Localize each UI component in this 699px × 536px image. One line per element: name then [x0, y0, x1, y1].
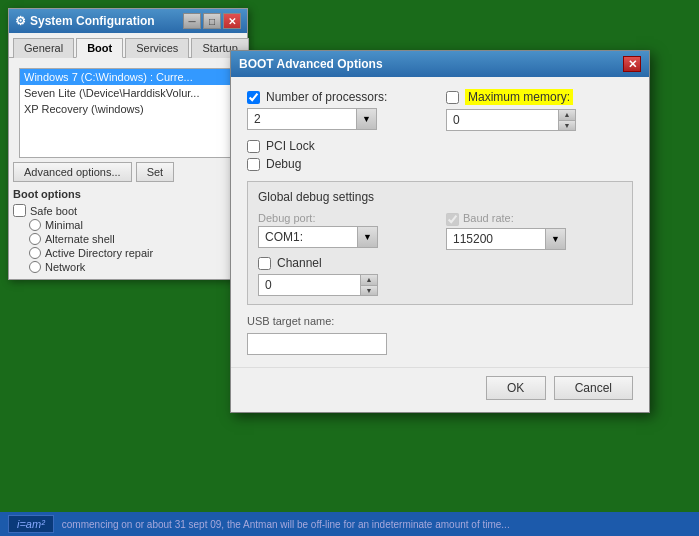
set-button[interactable]: Set [136, 162, 175, 182]
debug-checkbox[interactable] [247, 158, 260, 171]
debug-port-dropdown-arrow[interactable]: ▼ [357, 227, 377, 247]
boot-options-label: Boot options [13, 188, 243, 200]
channel-spinner-btns: ▲ ▼ [360, 275, 377, 295]
titlebar-controls: ─ □ ✕ [183, 13, 241, 29]
sysconfig-close-button[interactable]: ✕ [223, 13, 241, 29]
boot-list-item[interactable]: XP Recovery (\windows) [20, 101, 236, 117]
ok-button[interactable]: OK [486, 376, 546, 400]
channel-label: Channel [277, 256, 322, 270]
usb-target-section: USB target name: [247, 315, 633, 355]
sysconfig-icon: ⚙ [15, 14, 26, 28]
sysconfig-content: Windows 7 (C:\Windows) : Curre... Seven … [9, 58, 247, 279]
tab-services[interactable]: Services [125, 38, 189, 58]
cancel-button[interactable]: Cancel [554, 376, 633, 400]
ad-repair-label: Active Directory repair [45, 247, 153, 259]
processors-dropdown[interactable]: 2 ▼ [247, 108, 377, 130]
debug-port-value: COM1: [259, 228, 357, 246]
debug-row: Debug [247, 157, 633, 171]
minimize-button[interactable]: ─ [183, 13, 201, 29]
boot-dialog-close-button[interactable]: ✕ [623, 56, 641, 72]
processors-value: 2 [248, 110, 356, 128]
boot-btn-row: Advanced options... Set [13, 162, 243, 182]
channel-checkbox[interactable] [258, 257, 271, 270]
usb-target-label: USB target name: [247, 315, 633, 327]
boot-list-item[interactable]: Windows 7 (C:\Windows) : Curre... [20, 69, 236, 85]
alternate-shell-radio-row: Alternate shell [29, 233, 243, 245]
pci-lock-checkbox[interactable] [247, 140, 260, 153]
processors-memory-row: Number of processors: 2 ▼ Maximum memory… [247, 89, 633, 131]
baud-rate-value: 115200 [447, 230, 545, 248]
channel-spinner[interactable]: 0 ▲ ▼ [258, 274, 378, 296]
pci-lock-row: PCI Lock [247, 139, 633, 153]
status-text: commencing on or about 31 sept 09, the A… [62, 519, 510, 530]
global-debug-title: Global debug settings [258, 190, 622, 204]
boot-dialog-body: Number of processors: 2 ▼ Maximum memory… [231, 77, 649, 367]
ad-repair-radio[interactable] [29, 247, 41, 259]
tab-general[interactable]: General [13, 38, 74, 58]
boot-dialog-footer: OK Cancel [231, 367, 649, 412]
minimal-radio-row: Minimal [29, 219, 243, 231]
baud-rate-label: Baud rate: [463, 212, 514, 224]
debug-label: Debug [266, 157, 301, 171]
memory-value: 0 [447, 111, 558, 129]
baud-rate-col: Baud rate: 115200 ▼ [446, 212, 622, 250]
debug-port-col: Debug port: COM1: ▼ [258, 212, 434, 250]
baud-rate-checkbox[interactable] [446, 213, 459, 226]
boot-dialog-titlebar: BOOT Advanced Options ✕ [231, 51, 649, 77]
tabs-bar: General Boot Services Startup [9, 33, 247, 58]
global-debug-section: Global debug settings Debug port: COM1: … [247, 181, 633, 305]
network-radio-row: Network [29, 261, 243, 273]
debug-port-dropdown[interactable]: COM1: ▼ [258, 226, 378, 248]
sysconfig-window: ⚙ System Configuration ─ □ ✕ General Boo… [8, 8, 248, 280]
boot-list[interactable]: Windows 7 (C:\Windows) : Curre... Seven … [19, 68, 237, 158]
ia2-badge: i=am² [8, 515, 54, 533]
baud-rate-dropdown-arrow[interactable]: ▼ [545, 229, 565, 249]
channel-spinner-down[interactable]: ▼ [361, 286, 377, 296]
network-label: Network [45, 261, 85, 273]
processors-dropdown-arrow[interactable]: ▼ [356, 109, 376, 129]
pci-lock-label: PCI Lock [266, 139, 315, 153]
channel-spinner-up[interactable]: ▲ [361, 275, 377, 286]
channel-section: Channel 0 ▲ ▼ [258, 256, 622, 296]
advanced-options-button[interactable]: Advanced options... [13, 162, 132, 182]
channel-value: 0 [259, 276, 360, 294]
processors-col: Number of processors: 2 ▼ [247, 90, 434, 130]
safe-boot-label: Safe boot [30, 205, 77, 217]
safe-boot-group: Safe boot Minimal Alternate shell Active… [13, 204, 243, 273]
usb-target-input[interactable] [247, 333, 387, 355]
memory-col: Maximum memory: 0 ▲ ▼ [446, 89, 633, 131]
minimal-radio[interactable] [29, 219, 41, 231]
titlebar-left: ⚙ System Configuration [15, 14, 155, 28]
num-processors-label: Number of processors: [266, 90, 387, 104]
tab-boot[interactable]: Boot [76, 38, 123, 58]
boot-dialog: BOOT Advanced Options ✕ Number of proces… [230, 50, 650, 413]
sysconfig-title: System Configuration [30, 14, 155, 28]
debug-port-label: Debug port: [258, 212, 434, 224]
baud-rate-dropdown[interactable]: 115200 ▼ [446, 228, 566, 250]
ad-repair-radio-row: Active Directory repair [29, 247, 243, 259]
alternate-shell-radio[interactable] [29, 233, 41, 245]
max-memory-label: Maximum memory: [465, 89, 573, 105]
memory-spinner-up[interactable]: ▲ [559, 110, 575, 121]
status-bar: i=am² commencing on or about 31 sept 09,… [0, 512, 699, 536]
debug-port-baud-row: Debug port: COM1: ▼ Baud rate: 115200 ▼ [258, 212, 622, 250]
processors-check-row: Number of processors: [247, 90, 434, 104]
memory-check-row: Maximum memory: [446, 89, 633, 105]
safe-boot-checkbox-row: Safe boot [13, 204, 243, 217]
boot-dialog-title: BOOT Advanced Options [239, 57, 383, 71]
max-memory-checkbox[interactable] [446, 91, 459, 104]
memory-spinner-down[interactable]: ▼ [559, 121, 575, 131]
network-radio[interactable] [29, 261, 41, 273]
alternate-shell-label: Alternate shell [45, 233, 115, 245]
boot-list-item[interactable]: Seven Lite (\Device\HarddiskVolur... [20, 85, 236, 101]
memory-spinner-btns: ▲ ▼ [558, 110, 575, 130]
sysconfig-titlebar: ⚙ System Configuration ─ □ ✕ [9, 9, 247, 33]
num-processors-checkbox[interactable] [247, 91, 260, 104]
safe-boot-checkbox[interactable] [13, 204, 26, 217]
maximize-button[interactable]: □ [203, 13, 221, 29]
minimal-label: Minimal [45, 219, 83, 231]
memory-spinner[interactable]: 0 ▲ ▼ [446, 109, 576, 131]
channel-check-row: Channel [258, 256, 622, 270]
